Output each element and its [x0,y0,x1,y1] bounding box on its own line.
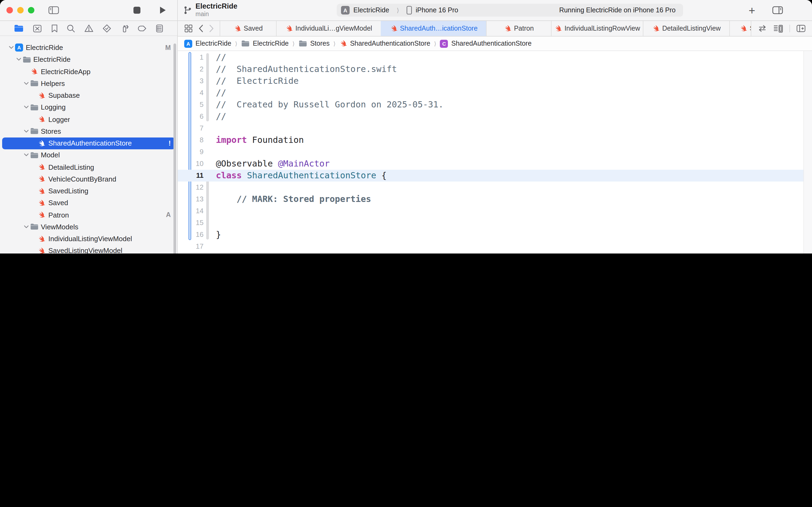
scheme-project-info[interactable]: ElectricRide main [184,2,237,18]
tree-row-vehiclecountbybrand[interactable]: VehicleCountByBrand [2,173,175,185]
code-line-17[interactable]: 17 [178,241,803,252]
tree-row-logger[interactable]: Logger [2,113,175,125]
line-number[interactable]: 10 [178,158,204,170]
line-number[interactable]: 9 [178,146,204,158]
tree-row-savedlistingviewmodel[interactable]: SavedListingViewModel [2,245,175,254]
file-tab-sav[interactable]: Sav [729,21,751,36]
disclosure-chevron-down-icon[interactable] [22,81,30,86]
code-line-13[interactable]: 13 // MARK: Stored properties [178,193,803,205]
file-tab-sharedauth-icationstore[interactable]: SharedAuth…icationStore [381,21,486,36]
line-number[interactable]: 17 [178,241,204,252]
disclosure-chevron-down-icon[interactable] [7,46,15,49]
code-line-10[interactable]: 10@Observable @MainActor [178,158,803,170]
line-number[interactable]: 7 [178,122,204,134]
line-number[interactable]: 16 [178,229,204,241]
tree-row-electricrideapp[interactable]: ElectricRideApp [2,65,175,77]
tree-row-helpers[interactable]: Helpers [2,77,175,90]
tests-navigator-icon[interactable] [103,24,111,33]
breakpoints-navigator-icon[interactable] [138,25,147,32]
code-line-16[interactable]: 16} [178,229,803,241]
line-number[interactable]: 4 [178,87,204,99]
file-tab-individualli-gviewmodel[interactable]: IndividualLi…gViewModel [276,21,381,36]
disclosure-chevron-down-icon[interactable] [22,129,30,133]
file-tab-saved[interactable]: Saved [220,21,276,36]
breadcrumb-item-3[interactable]: SharedAuthenticationStore [339,40,430,47]
source-control-navigator-icon[interactable] [33,24,42,33]
breadcrumb-item-4[interactable]: CSharedAuthenticationStore [440,40,532,48]
line-number[interactable]: 5 [178,99,204,111]
code-line-7[interactable]: 7 [178,122,803,134]
stop-button[interactable] [133,6,141,14]
disclosure-chevron-down-icon[interactable] [22,106,30,109]
tree-row-savedlisting[interactable]: SavedListing [2,185,175,197]
zoom-window-button[interactable] [28,7,35,13]
toggle-left-sidebar-icon[interactable] [48,6,59,14]
tree-row-electricride[interactable]: ElectricRide [2,54,175,66]
tree-row-electricride[interactable]: AElectricRideM [2,42,175,54]
code-line-9[interactable]: 9 [178,146,803,158]
editor-scrollbar-track[interactable] [803,51,812,253]
tree-row-detailedlisting[interactable]: DetailedListing [2,161,175,173]
code-line-3[interactable]: 3// ElectricRide [178,75,803,87]
sidebar-scrollbar[interactable] [173,44,176,253]
code-line-1[interactable]: 1// [178,52,803,63]
tree-row-individuallistingviewmodel[interactable]: IndividualListingViewModel [2,233,175,245]
project-navigator-icon[interactable] [14,24,23,32]
find-navigator-icon[interactable] [67,24,75,33]
toggle-right-inspector-icon[interactable] [772,6,783,14]
line-number[interactable]: 15 [178,217,204,229]
tree-row-viewmodels[interactable]: ViewModels [2,221,175,233]
code-line-8[interactable]: 8import Foundation [178,134,803,146]
line-number[interactable]: 8 [178,134,204,146]
close-window-button[interactable] [6,7,13,13]
line-number[interactable]: 13 [178,193,204,205]
line-number[interactable]: 2 [178,63,204,75]
tree-row-sharedauthenticationstore[interactable]: SharedAuthenticationStore! [2,137,175,149]
tree-row-supabase[interactable]: Supabase [2,90,175,102]
code-line-6[interactable]: 6// [178,111,803,122]
file-tab-patron[interactable]: Patron [486,21,551,36]
code-line-11[interactable]: 11class SharedAuthenticationStore { [178,170,803,181]
related-items-icon[interactable] [758,25,767,32]
minimap-icon[interactable] [773,24,783,33]
line-number[interactable]: 1 [178,52,204,63]
disclosure-chevron-down-icon[interactable] [22,225,30,229]
scheme-selector[interactable]: A ElectricRide ⟩ iPhone 16 Pro [337,6,458,14]
tree-row-model[interactable]: Model [2,149,175,161]
line-number[interactable]: 11 [178,170,204,181]
tab-overview-icon[interactable] [184,24,193,33]
file-tab-individuallistingrowview[interactable]: IndividualListingRowView [551,21,643,36]
line-number[interactable]: 6 [178,111,204,122]
code-line-5[interactable]: 5// Created by Russell Gordon on 2025-05… [178,99,803,111]
tree-row-stores[interactable]: Stores [2,125,175,137]
code-line-12[interactable]: 12 [178,181,803,193]
run-button[interactable] [159,6,167,14]
file-tab-detailedlistingview[interactable]: DetailedListingView [643,21,729,36]
minimize-window-button[interactable] [17,7,23,13]
code-line-14[interactable]: 14 [178,205,803,217]
breadcrumb-item-2[interactable]: Stores [298,40,330,47]
line-number[interactable]: 14 [178,205,204,217]
reports-navigator-icon[interactable] [156,24,163,33]
tree-row-logging[interactable]: Logging [2,102,175,114]
disclosure-chevron-down-icon[interactable] [15,58,22,61]
tree-row-patron[interactable]: PatronA [2,209,175,221]
breadcrumb-item-1[interactable]: ElectricRide [241,40,289,47]
go-back-icon[interactable] [198,24,204,33]
bookmarks-navigator-icon[interactable] [51,24,58,33]
code-line-4[interactable]: 4// [178,87,803,99]
code-line-2[interactable]: 2// SharedAuthenticationStore.swift [178,63,803,75]
debug-navigator-icon[interactable] [120,24,129,33]
line-number[interactable]: 12 [178,181,204,193]
source-editor[interactable]: 1//2// SharedAuthenticationStore.swift3/… [178,51,812,253]
add-editor-icon[interactable] [797,25,806,32]
issues-navigator-icon[interactable] [84,24,94,32]
breadcrumb-item-0[interactable]: AElectricRide [184,40,231,48]
tree-row-saved[interactable]: Saved [2,197,175,209]
go-forward-icon[interactable] [209,24,214,33]
new-tab-button[interactable]: + [749,4,755,17]
destination-name[interactable]: iPhone 16 Pro [416,6,458,14]
line-number[interactable]: 3 [178,75,204,87]
disclosure-chevron-down-icon[interactable] [22,153,30,157]
code-line-15[interactable]: 15 [178,217,803,229]
